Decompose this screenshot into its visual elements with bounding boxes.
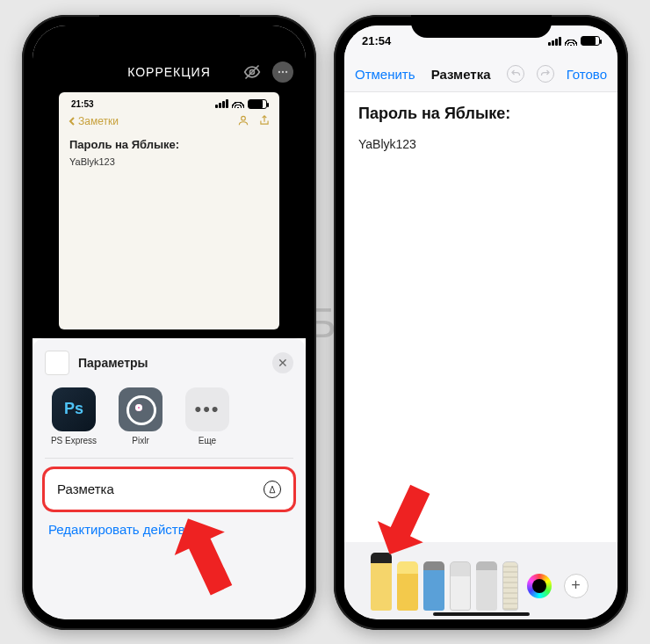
- markup-label: Разметка: [57, 481, 114, 496]
- share-icon[interactable]: [258, 114, 271, 129]
- svg-point-2: [278, 70, 280, 72]
- cancel-button[interactable]: Отменить: [355, 67, 415, 82]
- note-body: YaBlyk123: [69, 156, 269, 167]
- content-title: Пароль на Яблыке:: [358, 105, 603, 123]
- markup-toolbar: +: [344, 542, 618, 619]
- pixlr-icon: [119, 387, 162, 431]
- sheet-thumbnail: [45, 351, 69, 375]
- edit-actions-link[interactable]: Редактировать действия…: [45, 520, 293, 539]
- color-picker-button[interactable]: [527, 574, 552, 598]
- close-icon[interactable]: ✕: [272, 352, 293, 373]
- screenshot-preview-area: 21:53 Заметки: [32, 87, 306, 338]
- markup-header: Отменить Разметка Готово: [344, 57, 618, 92]
- more-apps-icon: •••: [185, 387, 229, 431]
- sheet-title: Параметры: [78, 356, 264, 370]
- add-button[interactable]: +: [564, 574, 589, 598]
- more-icon[interactable]: [272, 62, 293, 83]
- lasso-tool[interactable]: [476, 561, 497, 611]
- app-label: PS Express: [51, 436, 97, 445]
- notch: [99, 15, 240, 38]
- eraser-tool[interactable]: [450, 561, 471, 611]
- ruler-tool[interactable]: [502, 561, 518, 611]
- done-button[interactable]: Готово: [567, 67, 607, 82]
- markup-action[interactable]: Разметка: [45, 469, 293, 510]
- svg-point-3: [282, 70, 284, 72]
- screen-right: 21:54 Отменить Разметка Готово Пароль н: [344, 25, 618, 619]
- back-label: Заметки: [78, 115, 119, 127]
- svg-point-4: [285, 70, 287, 72]
- markup-canvas[interactable]: Пароль на Яблыке: YaBlyk123: [344, 92, 618, 572]
- pencil-tool[interactable]: [423, 561, 444, 611]
- app-ps-express[interactable]: Ps PS Express: [48, 387, 99, 445]
- redo-icon[interactable]: [537, 65, 554, 83]
- edit-header: КОРРЕКЦИЯ: [32, 57, 306, 87]
- status-indicators: [548, 36, 600, 46]
- content-body: YaBlyk123: [358, 137, 603, 151]
- note-title: Пароль на Яблыке:: [69, 138, 269, 151]
- page-title: Разметка: [431, 67, 491, 82]
- page-title: КОРРЕКЦИЯ: [127, 65, 211, 79]
- home-indicator: [433, 612, 530, 616]
- status-time: [50, 34, 54, 47]
- status-time: 21:54: [362, 34, 391, 47]
- edit-actions-label: Редактировать действия…: [48, 522, 213, 537]
- phone-left: КОРРЕКЦИЯ 21:53: [22, 15, 316, 630]
- app-pixlr[interactable]: Pixlr: [115, 387, 166, 445]
- hide-icon[interactable]: [242, 62, 262, 82]
- undo-icon[interactable]: [507, 65, 524, 83]
- share-sheet: Параметры ✕ Ps PS Express Pixlr ••• Еще: [32, 338, 306, 619]
- note-status-time: 21:53: [71, 99, 94, 109]
- back-button[interactable]: Заметки: [68, 115, 119, 127]
- note-status-indicators: [215, 99, 267, 109]
- status-indicators: [285, 34, 288, 47]
- app-row: Ps PS Express Pixlr ••• Еще: [45, 387, 293, 459]
- screen-left: КОРРЕКЦИЯ 21:53: [32, 25, 306, 619]
- action-list: Разметка Редактировать действия…: [45, 459, 293, 539]
- marker-tool[interactable]: [397, 561, 418, 611]
- note-preview: 21:53 Заметки: [59, 92, 279, 329]
- phone-right: 21:54 Отменить Разметка Готово Пароль н: [334, 15, 628, 630]
- app-label: Еще: [199, 436, 216, 445]
- app-more[interactable]: ••• Еще: [182, 387, 233, 445]
- notch: [411, 15, 552, 38]
- app-label: Pixlr: [132, 436, 148, 445]
- people-icon[interactable]: [237, 114, 249, 129]
- markup-icon: [264, 481, 281, 498]
- ps-express-icon: Ps: [52, 387, 96, 431]
- pen-tool[interactable]: [371, 553, 392, 611]
- svg-point-5: [242, 116, 246, 120]
